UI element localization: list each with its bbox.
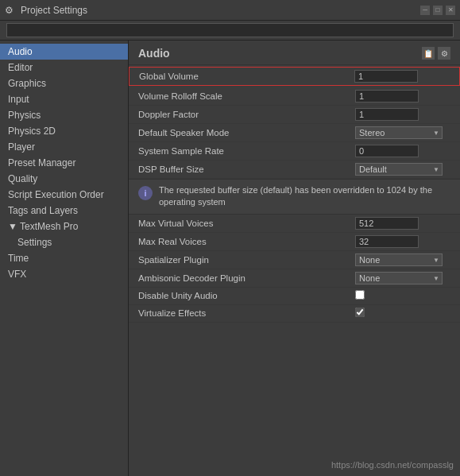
default-speaker-mode-select[interactable]: Stereo Mono Quad Surround <box>355 126 443 139</box>
sidebar-item-textmesh-pro[interactable]: ▼ TextMesh Pro <box>0 219 128 234</box>
sidebar-item-input[interactable]: Input <box>0 91 128 107</box>
virtualize-effects-value <box>355 308 450 319</box>
content-icon-group: 📋 ⚙ <box>422 47 450 60</box>
setting-row-doppler-factor: Doppler Factor <box>129 106 460 124</box>
default-speaker-mode-label: Default Speaker Mode <box>138 128 355 137</box>
settings-table-2: Max Virtual Voices Max Real Voices Spati… <box>129 215 460 323</box>
setting-row-dsp-buffer-size: DSP Buffer Size Default Best Latency Goo… <box>129 161 460 179</box>
volume-rolloff-scale-input[interactable] <box>355 90 419 103</box>
spatializer-plugin-value: None <box>355 253 450 266</box>
virtualize-effects-checkbox[interactable] <box>355 308 365 317</box>
max-real-voices-value <box>355 235 450 248</box>
setting-row-system-sample-rate: System Sample Rate <box>129 142 460 161</box>
sidebar-item-vfx[interactable]: VFX <box>0 266 128 282</box>
max-virtual-voices-value <box>355 217 450 230</box>
dsp-buffer-size-select[interactable]: Default Best Latency Good Latency Best P… <box>355 163 443 176</box>
sidebar-item-tags-and-layers[interactable]: Tags and Layers <box>0 203 128 219</box>
dsp-buffer-size-label: DSP Buffer Size <box>138 164 355 174</box>
spatializer-plugin-label: Spatializer Plugin <box>138 255 355 265</box>
max-virtual-voices-label: Max Virtual Voices <box>138 219 355 228</box>
max-real-voices-label: Max Real Voices <box>138 237 355 246</box>
disable-unity-audio-checkbox[interactable] <box>355 290 365 300</box>
global-volume-input[interactable] <box>354 70 418 83</box>
title-bar: ⚙ Project Settings ─ □ ✕ <box>0 0 460 21</box>
volume-rolloff-scale-value <box>355 90 450 103</box>
doppler-factor-value <box>355 108 450 121</box>
window-controls: ─ □ ✕ <box>420 6 455 15</box>
system-sample-rate-value <box>355 145 450 157</box>
doppler-factor-input[interactable] <box>355 108 419 121</box>
ambisonic-decoder-plugin-value: None <box>355 272 450 284</box>
content-title: Audio <box>138 47 170 60</box>
sidebar-item-preset-manager[interactable]: Preset Manager <box>0 155 128 171</box>
sidebar-item-physics2d[interactable]: Physics 2D <box>0 123 128 139</box>
virtualize-effects-label: Virtualize Effects <box>138 308 355 318</box>
sidebar-item-editor[interactable]: Editor <box>0 60 128 75</box>
info-message: The requested buffer size (default) has … <box>159 184 450 209</box>
default-speaker-mode-select-wrapper: Stereo Mono Quad Surround <box>355 126 443 139</box>
global-volume-value <box>354 70 450 83</box>
docs-icon-button[interactable]: 📋 <box>422 47 435 60</box>
setting-row-max-virtual-voices: Max Virtual Voices <box>129 215 460 233</box>
spatializer-plugin-select[interactable]: None <box>355 253 443 266</box>
search-bar <box>0 21 460 41</box>
sidebar-item-time[interactable]: Time <box>0 250 128 266</box>
setting-row-spatializer-plugin: Spatializer Plugin None <box>129 251 460 269</box>
doppler-factor-label: Doppler Factor <box>138 110 355 119</box>
setting-row-ambisonic-decoder-plugin: Ambisonic Decoder Plugin None <box>129 269 460 288</box>
dsp-buffer-size-select-wrapper: Default Best Latency Good Latency Best P… <box>355 163 443 176</box>
sidebar-item-audio[interactable]: Audio <box>0 44 128 60</box>
sidebar: Audio Editor Graphics Input Physics Phys… <box>0 41 129 476</box>
ambisonic-decoder-plugin-select[interactable]: None <box>355 272 443 284</box>
ambisonic-decoder-plugin-select-wrapper: None <box>355 272 443 284</box>
max-virtual-voices-input[interactable] <box>355 217 419 230</box>
spatializer-plugin-select-wrapper: None <box>355 253 443 266</box>
disable-unity-audio-label: Disable Unity Audio <box>138 291 355 300</box>
settings-table: Global Volume Volume Rolloff Scale Doppl… <box>129 67 460 179</box>
info-box: i The requested buffer size (default) ha… <box>129 179 460 215</box>
max-real-voices-input[interactable] <box>355 235 419 248</box>
setting-row-disable-unity-audio: Disable Unity Audio <box>129 288 460 305</box>
global-volume-label: Global Volume <box>139 72 354 81</box>
window-title: Project Settings <box>21 5 87 16</box>
dsp-buffer-size-value: Default Best Latency Good Latency Best P… <box>355 163 450 176</box>
close-button[interactable]: ✕ <box>446 6 455 15</box>
system-sample-rate-input[interactable] <box>355 145 419 157</box>
settings-icon-button[interactable]: ⚙ <box>438 47 450 60</box>
system-sample-rate-label: System Sample Rate <box>138 146 355 156</box>
sidebar-item-physics[interactable]: Physics <box>0 107 128 123</box>
setting-row-virtualize-effects: Virtualize Effects <box>129 305 460 323</box>
minimize-button[interactable]: ─ <box>420 6 430 15</box>
setting-row-max-real-voices: Max Real Voices <box>129 233 460 251</box>
ambisonic-decoder-plugin-label: Ambisonic Decoder Plugin <box>138 273 355 283</box>
volume-rolloff-scale-label: Volume Rolloff Scale <box>138 91 355 101</box>
sidebar-item-quality[interactable]: Quality <box>0 171 128 187</box>
sidebar-item-graphics[interactable]: Graphics <box>0 75 128 91</box>
app-icon: ⚙ <box>5 5 16 16</box>
info-icon: i <box>138 186 153 200</box>
content-area: Audio 📋 ⚙ Global Volume Volume Rolloff S… <box>129 41 460 476</box>
sidebar-item-player[interactable]: Player <box>0 139 128 155</box>
sidebar-item-settings[interactable]: Settings <box>0 234 128 250</box>
disable-unity-audio-value <box>355 290 450 301</box>
sidebar-item-script-execution-order[interactable]: Script Execution Order <box>0 187 128 203</box>
search-input[interactable] <box>6 23 454 37</box>
setting-row-default-speaker-mode: Default Speaker Mode Stereo Mono Quad Su… <box>129 124 460 142</box>
setting-row-global-volume: Global Volume <box>129 67 460 86</box>
maximize-button[interactable]: □ <box>433 6 443 15</box>
main-layout: Audio Editor Graphics Input Physics Phys… <box>0 41 460 476</box>
content-header: Audio 📋 ⚙ <box>129 41 460 65</box>
setting-row-volume-rolloff-scale: Volume Rolloff Scale <box>129 87 460 106</box>
default-speaker-mode-value: Stereo Mono Quad Surround <box>355 126 450 139</box>
